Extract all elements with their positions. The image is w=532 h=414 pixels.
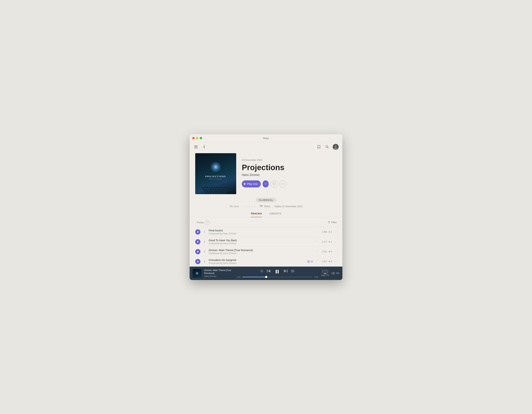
app-window: Roon bbox=[190, 134, 342, 280]
play-dropdown-button[interactable] bbox=[263, 180, 269, 187]
svg-rect-1 bbox=[194, 147, 198, 147]
chevron-right-icon: › bbox=[195, 221, 196, 224]
svg-rect-23 bbox=[291, 272, 294, 272]
svg-rect-20 bbox=[287, 269, 287, 273]
track-list: 1 Final Ascent Composed by Hans Zimmer ♡… bbox=[195, 227, 337, 267]
album-info: 19 November 2022 Projections Hans Zimmer… bbox=[242, 153, 337, 194]
queue-button[interactable] bbox=[291, 269, 294, 274]
tab-tracks[interactable]: TRACKS bbox=[251, 210, 262, 217]
track-row-playing: 3 Zimmer: Main Theme [True Romance] Comp… bbox=[195, 247, 337, 257]
volume-icon bbox=[331, 272, 335, 275]
tidal-source: TIDAL bbox=[260, 205, 270, 208]
track-like-2[interactable]: ♡ bbox=[315, 240, 318, 243]
track-play-button-3[interactable] bbox=[195, 249, 200, 254]
action-row: Play now bbox=[242, 180, 337, 187]
track-plays-3: 0 bbox=[329, 250, 332, 253]
svg-rect-26 bbox=[323, 271, 327, 273]
svg-rect-16 bbox=[267, 269, 267, 273]
track-like-1[interactable]: ♡ bbox=[315, 230, 318, 234]
svg-rect-0 bbox=[194, 146, 198, 146]
skip-back-button[interactable] bbox=[267, 269, 270, 274]
toolbar-left bbox=[193, 144, 207, 149]
track-more-3[interactable]: ··· bbox=[334, 250, 337, 253]
svg-rect-27 bbox=[324, 273, 326, 274]
player-artist: Hans Zimmer bbox=[204, 275, 234, 277]
svg-line-4 bbox=[328, 147, 329, 148]
progress-knob[interactable] bbox=[265, 276, 267, 278]
album-artist[interactable]: Hans Zimmer bbox=[242, 173, 337, 177]
track-row: 4 Chevaliers De Sangreal Composed by Han… bbox=[195, 257, 337, 267]
avatar[interactable] bbox=[333, 144, 339, 150]
maximize-button[interactable] bbox=[200, 137, 202, 139]
bookmark-icon[interactable] bbox=[316, 144, 322, 149]
tab-credits[interactable]: CREDITS bbox=[269, 210, 281, 217]
track-info-4: Chevaliers De Sangreal Composed by Hans … bbox=[209, 258, 305, 265]
progress-bar[interactable] bbox=[242, 277, 312, 277]
track-more-1[interactable]: ··· bbox=[334, 230, 337, 234]
toolbar bbox=[190, 142, 342, 151]
play-now-button[interactable]: Play now bbox=[242, 180, 261, 187]
track-plays-4: 0 bbox=[329, 260, 332, 263]
star-rating[interactable]: ☆ ☆ ☆ ☆ ☆ bbox=[243, 205, 256, 208]
focus-button[interactable]: › Focus bbox=[195, 220, 210, 225]
svg-marker-24 bbox=[294, 271, 294, 272]
spark-button[interactable] bbox=[260, 269, 263, 274]
window-title: Roon bbox=[263, 137, 269, 140]
tracks-toolbar: › Focus Filter bbox=[195, 217, 337, 227]
track-actions-2: ♡ 1:17 1 ··· bbox=[315, 240, 337, 243]
player-time-current: 1:12 bbox=[237, 276, 240, 278]
track-number-2: 2 bbox=[203, 240, 206, 243]
svg-rect-28 bbox=[323, 274, 327, 274]
track-info-2: Good To Have You Back Composed by Hans Z… bbox=[209, 239, 313, 245]
like-button[interactable] bbox=[270, 180, 277, 187]
track-play-button-4[interactable] bbox=[195, 259, 200, 264]
svg-marker-29 bbox=[332, 272, 333, 275]
svg-rect-17 bbox=[276, 270, 277, 274]
svg-rect-22 bbox=[291, 271, 294, 271]
album-header: PROJECTIONS Hans Zimmer 19 November 2022… bbox=[195, 153, 337, 194]
album-duration: 7hr 1min bbox=[229, 205, 239, 208]
svg-point-7 bbox=[334, 148, 337, 150]
track-play-button-1[interactable] bbox=[195, 229, 200, 235]
svg-marker-19 bbox=[284, 269, 286, 273]
svg-point-9 bbox=[283, 184, 283, 184]
titlebar: Roon bbox=[190, 134, 342, 142]
back-button[interactable] bbox=[201, 144, 207, 149]
player-track-info: Zimmer: Main Theme [True Romance] Hans Z… bbox=[204, 269, 234, 277]
track-number-4: 4 bbox=[203, 260, 206, 263]
svg-point-10 bbox=[284, 184, 284, 184]
genre-tag-classical[interactable]: CLASSICAL bbox=[256, 198, 276, 202]
track-plays-1: 1 bbox=[329, 230, 332, 233]
album-title: Projections bbox=[242, 163, 337, 172]
traffic-lights bbox=[192, 137, 202, 139]
player-buttons bbox=[260, 268, 294, 275]
player-volume: 100 bbox=[331, 272, 339, 275]
focus-heart-icon[interactable] bbox=[205, 220, 210, 225]
player-bar: Zimmer: Main Theme [True Romance] Hans Z… bbox=[190, 267, 342, 280]
player-controls: 1:12 3:31 bbox=[237, 268, 318, 278]
track-more-2[interactable]: ··· bbox=[334, 240, 337, 243]
track-play-button-2[interactable] bbox=[195, 239, 200, 244]
search-icon[interactable] bbox=[324, 144, 330, 149]
more-options-button[interactable] bbox=[279, 180, 286, 187]
album-art: PROJECTIONS Hans Zimmer bbox=[195, 153, 236, 194]
track-like-3[interactable]: ♡ bbox=[315, 250, 318, 253]
track-actions-4: 32 ♡ 4:07 0 ··· bbox=[307, 260, 337, 263]
track-number-3: 3 bbox=[203, 250, 206, 253]
track-row: 1 Final Ascent Composed by Hans Zimmer ♡… bbox=[195, 227, 337, 237]
track-number-1: 1 bbox=[203, 230, 206, 233]
track-more-4[interactable]: ··· bbox=[334, 260, 337, 263]
pause-button[interactable] bbox=[274, 268, 280, 275]
svg-rect-21 bbox=[291, 270, 294, 270]
filter-button[interactable]: Filter bbox=[328, 221, 337, 224]
skip-forward-button[interactable] bbox=[284, 269, 287, 274]
menu-icon[interactable] bbox=[193, 144, 199, 149]
minimize-button[interactable] bbox=[196, 137, 198, 139]
volume-level: 100 bbox=[336, 272, 339, 275]
player-device[interactable]: Hugo TT2 bbox=[321, 270, 329, 276]
toolbar-right bbox=[316, 144, 339, 150]
close-button[interactable] bbox=[192, 137, 195, 139]
main-content: PROJECTIONS Hans Zimmer 19 November 2022… bbox=[190, 151, 342, 267]
tabs-row: TRACKS CREDITS bbox=[190, 210, 342, 217]
track-like-4[interactable]: ♡ bbox=[315, 260, 318, 263]
